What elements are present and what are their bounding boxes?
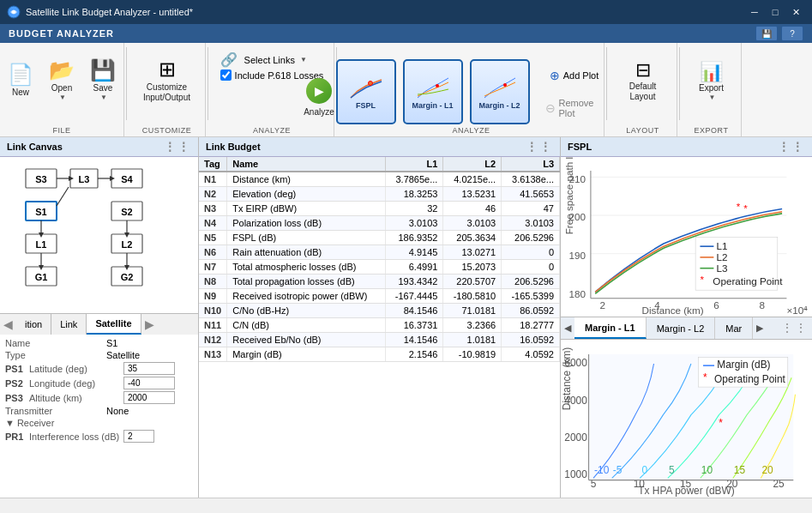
- margin-mar-tab-label: Mar: [725, 323, 742, 334]
- export-dropdown-icon: ▼: [709, 94, 716, 101]
- table-row[interactable]: N11 C/N (dB) 16.3731 3.2366 18.2777: [199, 318, 560, 333]
- margin-l1-chart-icon: [416, 74, 450, 100]
- customize-group-label: CUSTOMIZE: [142, 126, 191, 135]
- quick-save-button[interactable]: 💾: [755, 26, 778, 41]
- export-button[interactable]: 📊 Export ▼: [689, 48, 734, 113]
- tab-satellite[interactable]: Satellite: [87, 314, 141, 335]
- fspl-chart-panel: FSPL ⋮⋮ Free space path loss 210 200 190…: [561, 137, 812, 317]
- save-button[interactable]: 💾 Save ▼: [84, 48, 122, 113]
- chart-tabs-prev[interactable]: ◀: [561, 317, 574, 339]
- budget-table-scroll[interactable]: Tag Name L1 L2 L3 N1 Distance (km) 3.786…: [199, 157, 560, 498]
- margin-l1-plot-button[interactable]: Margin - L1: [403, 59, 463, 124]
- add-plot-button[interactable]: ⊕ Add Plot: [540, 61, 609, 90]
- fspl-plot-label: FSPL: [356, 101, 376, 110]
- analyze-group: 🔗 Select Links ▼ Include P.618 Losses ▶ …: [210, 43, 334, 136]
- cell-l2: 1.0181: [443, 333, 502, 347]
- cell-name: Received isotropic power (dBW): [227, 289, 385, 304]
- minimize-button[interactable]: ─: [745, 4, 764, 20]
- table-row[interactable]: N6 Rain attenuation (dB) 4.9145 13.0271 …: [199, 245, 560, 260]
- app-bar-label: BUDGET ANALYZER: [9, 28, 114, 39]
- margin-l2-tab-label: Margin - L2: [657, 323, 705, 334]
- close-button[interactable]: ✕: [786, 4, 805, 20]
- transmitter-value: None: [106, 406, 129, 416]
- link-budget-menu[interactable]: ⋮⋮: [526, 140, 553, 154]
- table-row[interactable]: N5 FSPL (dB) 186.9352 205.3634 206.5296: [199, 231, 560, 245]
- cell-l1: 3.7865e...: [385, 172, 443, 187]
- table-row[interactable]: N3 Tx EIRP (dBW) 32 46 47: [199, 202, 560, 216]
- cell-l3: 0: [502, 245, 560, 260]
- cell-l3: 206.5296: [502, 231, 560, 245]
- customize-button[interactable]: ⊞ CustomizeInput/Output: [137, 48, 197, 113]
- table-row[interactable]: N1 Distance (km) 3.7865e... 4.0215e... 3…: [199, 172, 560, 187]
- maximize-button[interactable]: □: [766, 4, 785, 20]
- pr1-input[interactable]: [123, 430, 154, 443]
- fspl-plot-button[interactable]: FSPL: [336, 59, 396, 124]
- cell-l2: 15.2073: [443, 260, 502, 275]
- table-row[interactable]: N7 Total atmospheric losses (dB) 6.4991 …: [199, 260, 560, 275]
- fspl-chart-menu[interactable]: ⋮⋮: [778, 140, 805, 154]
- cell-tag: N9: [199, 289, 227, 304]
- canvas-area[interactable]: S3 L3 S4 S1 S2: [0, 157, 198, 313]
- default-layout-button[interactable]: ⊟ DefaultLayout: [617, 48, 669, 113]
- include-p618-checkbox[interactable]: [220, 69, 232, 81]
- link-canvas-menu[interactable]: ⋮⋮: [164, 140, 191, 154]
- table-row[interactable]: N9 Received isotropic power (dBW) -167.4…: [199, 289, 560, 304]
- tab-link[interactable]: Link: [51, 314, 87, 335]
- status-bar: [0, 498, 812, 513]
- remove-plot-label: Remove Plot: [559, 98, 604, 118]
- svg-text:1000: 1000: [564, 468, 587, 480]
- margin-l2-plot-button[interactable]: Margin - L2: [470, 59, 530, 124]
- remove-plot-button[interactable]: ⊖ Remove Plot: [540, 94, 609, 123]
- svg-point-1: [12, 10, 15, 14]
- cell-l3: 16.0592: [502, 333, 560, 347]
- new-button[interactable]: 📄 New: [2, 48, 39, 113]
- link-canvas-title: Link Canvas: [7, 142, 63, 152]
- cell-name: C/N (dB): [227, 318, 385, 333]
- svg-text:180: 180: [568, 288, 586, 299]
- svg-text:L3: L3: [79, 174, 90, 184]
- cell-l1: 18.3253: [385, 187, 443, 202]
- cell-tag: N7: [199, 260, 227, 275]
- cell-l2: 3.2366: [443, 318, 502, 333]
- open-button[interactable]: 📂 Open ▼: [43, 48, 81, 113]
- cell-l1: 14.1546: [385, 333, 443, 347]
- table-row[interactable]: N12 Received Eb/No (dB) 14.1546 1.0181 1…: [199, 333, 560, 347]
- fspl-chart-title: FSPL: [568, 142, 592, 152]
- table-row[interactable]: N13 Margin (dB) 2.1546 -10.9819 4.0592: [199, 347, 560, 362]
- table-header-row: Tag Name L1 L2 L3: [199, 157, 560, 172]
- ps2-input[interactable]: [123, 377, 175, 389]
- margin-mar-tab[interactable]: Mar: [715, 317, 753, 339]
- tab-ition[interactable]: ition: [16, 314, 51, 335]
- svg-text:8: 8: [760, 299, 766, 311]
- col-l3: L3: [502, 157, 560, 172]
- cell-l2: -180.5810: [443, 289, 502, 304]
- tabs-next-icon[interactable]: ▶: [141, 314, 158, 335]
- select-links-dropdown[interactable]: ▼: [300, 56, 307, 63]
- analyze-label: Analyze: [304, 107, 334, 118]
- margin-l2-tab[interactable]: Margin - L2: [647, 317, 716, 339]
- margin-l2-plot-label: Margin - L2: [478, 101, 520, 110]
- table-row[interactable]: N2 Elevation (deg) 18.3253 13.5231 41.56…: [199, 187, 560, 202]
- table-row[interactable]: N8 Total propagation losses (dB) 193.434…: [199, 275, 560, 289]
- link-budget-title: Link Budget: [206, 142, 261, 152]
- sep2: [208, 47, 208, 120]
- chart-tabs-next[interactable]: ▶: [753, 317, 767, 339]
- margin-l1-tab[interactable]: Margin - L1: [574, 317, 647, 339]
- select-links-label[interactable]: Select Links: [244, 55, 295, 65]
- cell-tag: N8: [199, 275, 227, 289]
- cell-l3: 47: [502, 202, 560, 216]
- help-button[interactable]: ?: [781, 26, 803, 41]
- cell-l1: 2.1546: [385, 347, 443, 362]
- add-plot-icon: ⊕: [550, 69, 560, 82]
- margin-chart-menu[interactable]: ⋮⋮: [778, 317, 812, 339]
- layout-group: ⊟ DefaultLayout LAYOUT: [609, 43, 677, 136]
- tabs-prev-icon[interactable]: ◀: [0, 314, 16, 335]
- table-row[interactable]: N4 Polarization loss (dB) 3.0103 3.0103 …: [199, 216, 560, 231]
- tab-satellite-label: Satellite: [95, 318, 131, 329]
- ps1-input[interactable]: [123, 362, 175, 375]
- table-row[interactable]: N10 C/No (dB-Hz) 84.1546 71.0181 86.0592: [199, 304, 560, 318]
- cell-name: Margin (dB): [227, 347, 385, 362]
- cell-l2: 205.3634: [443, 231, 502, 245]
- ps3-input[interactable]: [123, 391, 175, 404]
- type-prop-value: Satellite: [106, 350, 140, 360]
